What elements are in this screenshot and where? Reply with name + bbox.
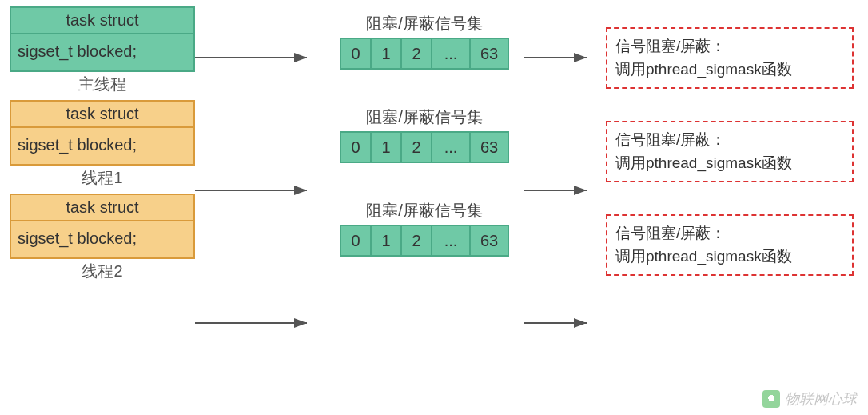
task-struct-header: task struct [11,8,193,34]
task-struct-box-0: task struct sigset_t blocked; [10,6,195,72]
note-line2: 调用pthread_sigmask函数 [615,245,844,269]
sigset-bits-2: 0 1 2 ... 63 [340,225,509,257]
bit-cell: 63 [469,131,509,163]
task-struct-box-2: task struct sigset_t blocked; [10,194,195,259]
arrow-struct-to-sigset-2 [195,315,317,331]
bit-cell: 2 [400,38,432,70]
sigset-col-0: 阻塞/屏蔽信号集 0 1 2 ... 63 [315,6,534,70]
note-box-0: 信号阻塞/屏蔽： 调用pthread_sigmask函数 [606,27,854,89]
note-box-2: 信号阻塞/屏蔽： 调用pthread_sigmask函数 [606,214,854,276]
sigset-label: 阻塞/屏蔽信号集 [366,13,483,34]
bit-cell: 0 [340,225,372,257]
thread-left-0: task struct sigset_t blocked; 主线程 [10,6,195,95]
arrow-sigset-to-note-2 [524,315,596,331]
thread-label-0: 主线程 [10,74,195,95]
sigset-label: 阻塞/屏蔽信号集 [366,200,483,221]
bit-cell: 1 [370,38,402,70]
thread-label-2: 线程2 [10,261,195,282]
sigset-col-1: 阻塞/屏蔽信号集 0 1 2 ... 63 [315,100,534,163]
bit-cell: 1 [370,225,402,257]
bit-cell: 2 [400,131,432,163]
task-struct-field: sigset_t blocked; [11,128,193,164]
note-line2: 调用pthread_sigmask函数 [615,152,844,175]
bit-cell: 63 [469,225,509,257]
bit-cell: 1 [370,131,402,163]
wechat-icon [762,390,780,408]
task-struct-field: sigset_t blocked; [11,221,193,257]
sigset-bits-1: 0 1 2 ... 63 [340,131,509,163]
bit-cell: 2 [400,225,432,257]
bit-cell-ellipsis: ... [431,38,471,70]
sigset-label: 阻塞/屏蔽信号集 [366,106,483,128]
thread-row-2: task struct sigset_t blocked; 线程2 阻塞/屏蔽信… [10,194,858,282]
thread-label-1: 线程1 [10,167,195,189]
bit-cell-ellipsis: ... [431,225,471,257]
watermark-text: 物联网心球 [785,389,857,409]
sigset-col-2: 阻塞/屏蔽信号集 0 1 2 ... 63 [315,194,534,257]
thread-left-1: task struct sigset_t blocked; 线程1 [10,100,195,189]
bit-cell: 63 [469,38,509,70]
note-line1: 信号阻塞/屏蔽： [615,35,844,58]
task-struct-box-1: task struct sigset_t blocked; [10,100,195,166]
task-struct-header: task struct [11,102,193,128]
thread-left-2: task struct sigset_t blocked; 线程2 [10,194,195,282]
bit-cell: 0 [340,131,372,163]
task-struct-header: task struct [11,195,193,221]
thread-row-1: task struct sigset_t blocked; 线程1 阻塞/屏蔽信… [10,100,858,189]
bit-cell: 0 [340,38,372,70]
sigset-bits-0: 0 1 2 ... 63 [340,38,509,70]
bit-cell-ellipsis: ... [431,131,471,163]
watermark: 物联网心球 [762,389,857,409]
note-line1: 信号阻塞/屏蔽： [615,222,844,245]
note-line2: 调用pthread_sigmask函数 [615,58,844,82]
task-struct-field: sigset_t blocked; [11,34,193,70]
note-line1: 信号阻塞/屏蔽： [615,129,844,152]
note-box-1: 信号阻塞/屏蔽： 调用pthread_sigmask函数 [606,121,854,182]
thread-row-0: task struct sigset_t blocked; 主线程 阻塞/屏蔽信… [10,6,858,95]
